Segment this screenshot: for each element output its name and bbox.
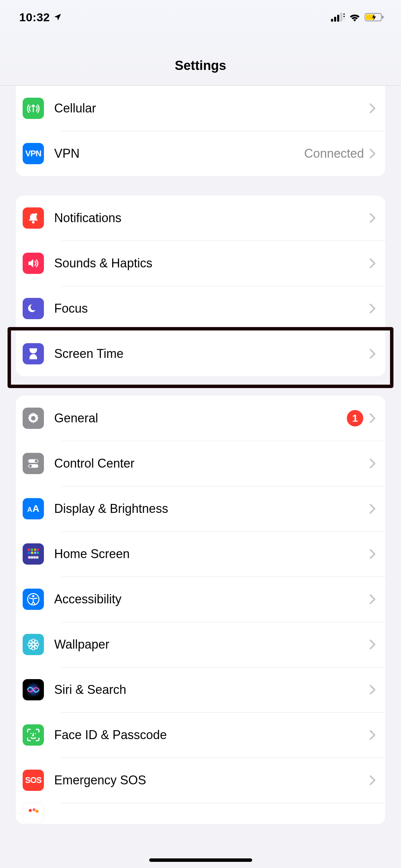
settings-group-device: General1Control CenterAADisplay & Bright… [16, 396, 385, 824]
gear-icon [23, 408, 44, 429]
svg-rect-26 [29, 557, 31, 558]
settings-row-emergency[interactable]: SOSEmergency SOS [16, 758, 385, 803]
faceid-icon [23, 724, 44, 746]
row-label: Face ID & Passcode [54, 728, 369, 742]
row-label: VPN [54, 146, 304, 161]
home-indicator[interactable] [149, 858, 252, 862]
row-label: Cellular [54, 101, 369, 116]
svg-point-47 [36, 810, 39, 813]
row-label: Notifications [54, 211, 369, 225]
wifi-icon [349, 13, 361, 22]
svg-point-31 [32, 595, 35, 598]
settings-group-connectivity-cont: CellularVPNVPNConnected [16, 86, 385, 176]
battery-charging-icon [365, 13, 384, 22]
settings-row-focus[interactable]: Focus [16, 286, 385, 331]
settings-row-exposure[interactable] [16, 803, 385, 824]
svg-rect-3 [340, 13, 342, 22]
settings-row-controlcenter[interactable]: Control Center [16, 441, 385, 486]
chevron-right-icon [369, 413, 376, 423]
svg-rect-0 [331, 19, 333, 22]
chevron-right-icon [369, 349, 376, 359]
home-grid-icon [23, 543, 44, 565]
row-label: Home Screen [54, 547, 369, 561]
moon-icon [23, 298, 44, 319]
chevron-right-icon [369, 303, 376, 314]
settings-row-display[interactable]: AADisplay & Brightness [16, 486, 385, 531]
row-label: Display & Brightness [54, 502, 369, 516]
svg-rect-19 [34, 548, 36, 551]
svg-point-4 [343, 13, 345, 15]
chevron-right-icon [369, 775, 376, 785]
svg-rect-27 [31, 557, 33, 558]
row-label: Sounds & Haptics [54, 256, 369, 270]
aa-icon: AA [23, 498, 44, 519]
settings-row-accessibility[interactable]: Accessibility [16, 577, 385, 622]
status-time: 10:32 [19, 11, 50, 24]
settings-row-notifications[interactable]: Notifications [16, 195, 385, 241]
settings-row-faceid[interactable]: Face ID & Passcode [16, 712, 385, 758]
chevron-right-icon [369, 549, 376, 559]
row-label: Siri & Search [54, 683, 369, 697]
row-label: Accessibility [54, 592, 369, 606]
chevron-right-icon [369, 258, 376, 268]
svg-rect-22 [31, 552, 33, 554]
settings-row-sounds[interactable]: Sounds & Haptics [16, 241, 385, 286]
chevron-right-icon [369, 103, 376, 113]
cellular-icon [23, 98, 44, 119]
switches-icon [23, 453, 44, 474]
svg-point-45 [29, 809, 32, 812]
svg-point-14 [35, 459, 37, 462]
svg-rect-2 [337, 15, 339, 22]
row-detail: Connected [304, 146, 364, 161]
bell-icon [23, 207, 44, 229]
settings-group-attention: NotificationsSounds & HapticsFocusScreen… [16, 195, 385, 376]
settings-row-homescreen[interactable]: Home Screen [16, 531, 385, 577]
status-icons [331, 13, 384, 22]
location-icon [53, 13, 62, 22]
svg-rect-21 [28, 552, 30, 554]
svg-point-46 [33, 808, 36, 811]
row-label: Wallpaper [54, 637, 369, 652]
svg-rect-9 [382, 16, 384, 19]
row-label: Control Center [54, 456, 369, 471]
row-label: Screen Time [54, 347, 369, 361]
settings-row-wallpaper[interactable]: Wallpaper [16, 622, 385, 667]
svg-rect-1 [334, 17, 336, 22]
chevron-right-icon [369, 504, 376, 514]
chevron-right-icon [369, 685, 376, 695]
svg-point-11 [35, 213, 37, 216]
svg-point-5 [343, 16, 345, 17]
sos-icon: SOS [23, 770, 44, 791]
settings-row-cellular[interactable]: Cellular [16, 86, 385, 131]
chevron-right-icon [369, 639, 376, 650]
svg-rect-20 [37, 548, 39, 551]
settings-row-general[interactable]: General1 [16, 396, 385, 441]
siri-icon [23, 679, 44, 700]
exposure-icon [23, 803, 44, 824]
settings-row-screentime[interactable]: Screen Time [16, 331, 385, 376]
svg-point-12 [31, 416, 35, 420]
chevron-right-icon [369, 148, 376, 159]
status-bar: 10:32 [0, 0, 401, 34]
row-label: Focus [54, 301, 369, 316]
svg-rect-28 [34, 557, 35, 558]
cellular-signal-icon [331, 13, 345, 22]
settings-row-vpn[interactable]: VPNVPNConnected [16, 131, 385, 176]
vpn-icon: VPN [23, 143, 44, 164]
chevron-right-icon [369, 730, 376, 740]
chevron-right-icon [369, 458, 376, 469]
svg-rect-8 [366, 14, 374, 20]
svg-rect-24 [37, 552, 39, 554]
svg-point-44 [35, 733, 36, 734]
svg-point-43 [31, 733, 32, 734]
chevron-right-icon [369, 594, 376, 604]
svg-rect-23 [34, 552, 36, 554]
svg-rect-29 [36, 557, 38, 558]
svg-point-10 [32, 221, 35, 224]
svg-rect-18 [31, 548, 33, 551]
accessibility-icon [23, 589, 44, 610]
row-label: Emergency SOS [54, 773, 369, 787]
settings-row-siri[interactable]: Siri & Search [16, 667, 385, 712]
svg-point-6 [343, 18, 345, 20]
hourglass-icon [23, 343, 44, 364]
